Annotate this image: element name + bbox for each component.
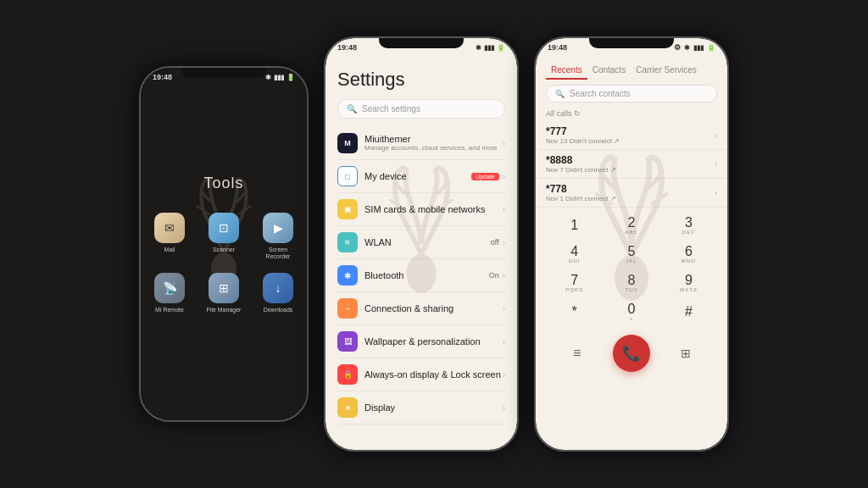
downloads-label: Downloads — [264, 307, 293, 313]
app-mail[interactable]: ✉ Mail — [148, 213, 191, 261]
mail-label: Mail — [164, 247, 175, 253]
app-downloads[interactable]: ↓ Downloads — [257, 273, 299, 313]
phone-3-screen: 19:48 ⚙ ✱ ▮▮▮ 🔋 — [536, 38, 727, 450]
wallpaper-title: Wallpaper & personalization — [364, 336, 503, 347]
tools-title: Tools — [203, 175, 243, 192]
settings-item-wlan[interactable]: ≋ WLAN off › — [337, 226, 505, 259]
tab-recents[interactable]: Recents — [546, 62, 587, 80]
key-1-num: 1 — [570, 219, 578, 232]
wlan-arrow: › — [503, 238, 505, 247]
connection-arrow: › — [503, 304, 505, 313]
connection-icon: ↔ — [337, 298, 358, 319]
battery-icon-3: 🔋 — [707, 44, 715, 52]
status-icons-1: ✱ ▮▮▮ 🔋 — [265, 74, 295, 81]
call-info-2: Nov 1 Didn't connect ↗ — [546, 195, 616, 202]
dial-key-0[interactable]: 0 + — [603, 297, 659, 326]
key-0-letters: + — [630, 316, 634, 321]
settings-content: Settings 🔍 Search settings M Miuithemer … — [326, 60, 517, 433]
dial-key-8[interactable]: 8 TUV — [603, 269, 659, 297]
call-number-2: *778 — [546, 183, 616, 195]
key-4-num: 4 — [570, 245, 578, 258]
key-6-num: 6 — [685, 245, 693, 258]
battery-icon-1: 🔋 — [287, 74, 295, 81]
status-icons-2: ✱ ▮▮▮ 🔋 — [476, 44, 505, 52]
call-button[interactable]: 📞 — [613, 335, 650, 372]
settings-item-aod[interactable]: 🔒 Always-on display & Lock screen › — [337, 358, 505, 391]
sim-arrow: › — [503, 205, 505, 214]
battery-icon-2: 🔋 — [497, 44, 505, 52]
call-item-0[interactable]: *777 Nov 13 Didn't connect ↗ › — [536, 121, 727, 150]
downloads-icon: ↓ — [263, 273, 293, 303]
settings-item-connection[interactable]: ↔ Connection & sharing › — [337, 292, 505, 325]
bluetooth-text: Bluetooth — [364, 270, 489, 280]
sim-icon: ▣ — [337, 199, 358, 219]
recorder-label: Screen Recorder — [257, 247, 299, 261]
mydevice-icon: □ — [337, 166, 358, 186]
dial-key-5[interactable]: 5 JKL — [603, 240, 659, 269]
miuithemer-sub: Manage accounts, cloud services, and mor… — [364, 144, 503, 152]
menu-button[interactable]: ≡ — [565, 341, 590, 366]
bluetooth-arrow: › — [503, 271, 505, 280]
status-icons-3: ⚙ ✱ ▮▮▮ 🔋 — [674, 43, 715, 52]
key-8-letters: TUV — [625, 287, 637, 292]
wallpaper-text: Wallpaper & personalization — [364, 336, 503, 347]
app-file-manager[interactable]: ⊞ File Manager — [203, 273, 245, 313]
connection-text: Connection & sharing — [364, 303, 503, 313]
signal-icon-3: ▮▮▮ — [693, 44, 704, 52]
grid-button[interactable]: ⊞ — [673, 341, 698, 366]
settings-item-miuithemer[interactable]: M Miuithemer Manage accounts, cloud serv… — [337, 127, 505, 160]
phone-3: 19:48 ⚙ ✱ ▮▮▮ 🔋 — [534, 36, 729, 452]
dial-key-4[interactable]: 4 GHI — [546, 240, 603, 269]
wlan-toggle: off — [491, 238, 499, 247]
dial-key-star[interactable]: * — [546, 297, 603, 326]
aod-title: Always-on display & Lock screen — [364, 369, 503, 380]
key-star-num: * — [572, 305, 577, 319]
call-item-1[interactable]: *8888 Nov 7 Didn't connect ↗ › — [536, 150, 727, 179]
dial-key-9[interactable]: 9 WXYZ — [660, 269, 717, 297]
miuithemer-text: Miuithemer Manage accounts, cloud servic… — [364, 134, 503, 152]
key-3-letters: DEF — [682, 230, 695, 235]
wlan-title: WLAN — [364, 237, 491, 247]
settings-item-wallpaper[interactable]: 🖼 Wallpaper & personalization › — [337, 325, 505, 358]
dial-key-2[interactable]: 2 ABC — [603, 211, 659, 240]
dialer-search-box[interactable]: 🔍 Search contacts — [546, 85, 717, 103]
dial-key-1[interactable]: 1 — [546, 211, 603, 240]
aod-arrow: › — [503, 370, 505, 380]
settings-item-sim[interactable]: ▣ SIM cards & mobile networks › — [337, 193, 505, 226]
tab-carrier[interactable]: Carrier Services — [631, 62, 702, 80]
call-number-0: *777 — [546, 125, 620, 137]
miuithemer-title: Miuithemer — [364, 134, 503, 144]
remote-label: Mi Remote — [155, 307, 184, 313]
files-icon: ⊞ — [209, 273, 239, 303]
display-arrow: › — [503, 403, 505, 413]
settings-search-box[interactable]: 🔍 Search settings — [337, 99, 505, 119]
key-8-num: 8 — [628, 274, 636, 287]
settings-title: Settings — [337, 69, 505, 91]
scanner-label: Scanner — [213, 247, 235, 253]
settings-item-mydevice[interactable]: □ My device Update › — [337, 160, 505, 193]
update-badge: Update — [471, 173, 499, 180]
tab-contacts[interactable]: Contacts — [587, 62, 631, 80]
settings-search-placeholder: Search settings — [362, 104, 420, 114]
settings-item-display[interactable]: ☀ Display › — [337, 391, 505, 424]
key-7-num: 7 — [570, 274, 578, 287]
phone-2: 19:48 ✱ ▮▮▮ 🔋 Setti — [324, 36, 519, 452]
app-mi-remote[interactable]: 📡 Mi Remote — [148, 273, 191, 313]
settings-item-bluetooth[interactable]: ✱ Bluetooth On › — [337, 259, 505, 292]
key-3-num: 3 — [685, 216, 693, 230]
call-item-0-info: *777 Nov 13 Didn't connect ↗ — [546, 125, 620, 145]
dial-key-3[interactable]: 3 DEF — [660, 211, 717, 240]
key-2-letters: ABC — [625, 230, 637, 235]
dial-key-7[interactable]: 7 PQRS — [546, 269, 603, 297]
bluetooth-title: Bluetooth — [364, 270, 489, 280]
call-info-0: Nov 13 Didn't connect ↗ — [546, 137, 620, 145]
phone-2-screen: 19:48 ✱ ▮▮▮ 🔋 Setti — [326, 38, 517, 450]
dial-key-hash[interactable]: # — [660, 297, 717, 326]
call-item-1-info: *8888 Nov 7 Didn't connect ↗ — [546, 154, 616, 174]
app-screen-recorder[interactable]: ▶ Screen Recorder — [257, 213, 299, 261]
app-scanner[interactable]: ⊡ Scanner — [203, 213, 245, 261]
call-item-2[interactable]: *778 Nov 1 Didn't connect ↗ › — [536, 179, 727, 208]
status-bar-3: 19:48 ⚙ ✱ ▮▮▮ 🔋 — [536, 38, 727, 53]
dialer-bottom-bar: ≡ 📞 ⊞ — [536, 330, 727, 377]
dial-key-6[interactable]: 6 MNO — [660, 240, 717, 269]
